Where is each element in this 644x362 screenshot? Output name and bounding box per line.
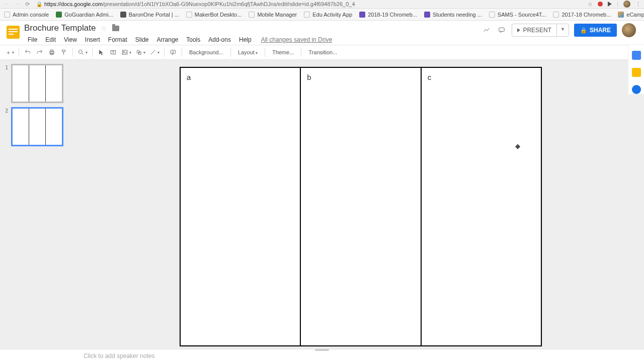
extension-play-icon[interactable] <box>608 2 612 7</box>
image-tool[interactable]: ▾ <box>120 47 133 58</box>
back-button[interactable]: ← <box>3 1 11 7</box>
activity-icon[interactable] <box>481 25 492 35</box>
calendar-icon[interactable] <box>632 51 641 60</box>
share-button[interactable]: 🔒SHARE <box>574 24 617 37</box>
bookmark-item[interactable]: BaronOne Portal | ... <box>120 12 179 18</box>
line-tool[interactable]: ▾ <box>148 47 161 58</box>
zoom-button[interactable]: ▾ <box>76 47 89 58</box>
bookmarks-bar: Admin console GoGuardian Admi... BaronOn… <box>0 9 644 21</box>
menu-addons[interactable]: Add-ons <box>205 35 234 45</box>
workspace: 1 2 a b c ✥ <box>0 60 644 349</box>
star-icon[interactable]: ☆ <box>101 24 107 32</box>
slide-thumbnail-2[interactable] <box>11 107 63 146</box>
bookmark-star-icon[interactable]: ☆ <box>588 1 593 8</box>
present-button[interactable]: PRESENT <box>512 24 556 36</box>
menu-format[interactable]: Format <box>105 35 131 45</box>
reload-button[interactable]: ⟳ <box>23 1 31 8</box>
profile-avatar-icon[interactable] <box>623 1 630 8</box>
select-tool[interactable] <box>96 47 107 58</box>
present-dropdown[interactable]: ▼ <box>556 24 569 36</box>
notes-placeholder: Click to add speaker notes <box>84 352 154 359</box>
svg-point-8 <box>137 50 140 53</box>
lock-icon: 🔒 <box>36 2 42 7</box>
layout-button[interactable]: Layout▾ <box>234 49 262 55</box>
lock-icon: 🔒 <box>580 27 587 34</box>
extension-icon[interactable] <box>598 2 603 7</box>
play-icon <box>517 28 520 32</box>
separator: | <box>617 1 618 7</box>
new-slide-button[interactable]: ＋▾ <box>4 47 16 58</box>
slide-panel-a[interactable]: a <box>181 68 301 345</box>
bookmark-item[interactable]: 2017-18 Chromeb... <box>553 12 611 18</box>
document-title[interactable]: Brochure Template <box>24 23 96 33</box>
slide-number: 2 <box>3 107 8 114</box>
slide-number: 1 <box>3 64 8 70</box>
bookmark-item[interactable]: Admin console <box>4 12 49 18</box>
menu-arrange[interactable]: Arrange <box>153 35 182 45</box>
speaker-notes[interactable]: Click to add speaker notes <box>0 349 644 362</box>
browser-toolbar: ← → ⟳ 🔒 https://docs.google.com/presenta… <box>0 0 644 9</box>
slide-panel[interactable]: 1 2 <box>0 60 77 349</box>
keep-icon[interactable] <box>632 68 641 77</box>
chrome-menu-icon[interactable]: ⋮ <box>635 1 641 8</box>
svg-rect-0 <box>499 28 505 31</box>
slide-canvas[interactable]: a b c ✥ <box>77 60 644 349</box>
menu-insert[interactable]: Insert <box>82 35 104 45</box>
print-button[interactable] <box>46 47 57 58</box>
bookmark-item[interactable]: 2018-19 Chromeb... <box>359 12 417 18</box>
transition-button[interactable]: Transition... <box>304 49 341 55</box>
menu-edit[interactable]: Edit <box>42 35 59 45</box>
bookmark-item[interactable]: SAMS - Source4T... <box>489 12 546 18</box>
bookmark-item[interactable]: Mobile Manager <box>249 12 297 18</box>
bookmark-item[interactable]: Students needing ... <box>424 12 482 18</box>
menu-help[interactable]: Help <box>235 35 255 45</box>
slide-thumbnail-1[interactable] <box>11 64 63 103</box>
slide-panel-b[interactable]: b <box>301 68 421 345</box>
notes-resize-handle[interactable] <box>315 349 329 351</box>
bookmark-item[interactable]: GoGuardian Admi... <box>56 12 113 18</box>
comment-tool[interactable] <box>168 47 179 58</box>
menu-bar: File Edit View Insert Format Slide Arran… <box>24 35 332 45</box>
address-bar[interactable]: https://docs.google.com/presentation/d/1… <box>44 1 586 7</box>
slides-logo-icon[interactable] <box>5 24 21 40</box>
present-button-group: PRESENT ▼ <box>512 24 569 37</box>
menu-slide[interactable]: Slide <box>132 35 152 45</box>
menu-file[interactable]: File <box>24 35 41 45</box>
bookmark-item[interactable]: Edu Activity App <box>304 12 352 18</box>
menu-tools[interactable]: Tools <box>183 35 204 45</box>
menu-view[interactable]: View <box>60 35 80 45</box>
side-panel <box>628 44 644 94</box>
paint-format-button[interactable] <box>58 47 69 58</box>
app-header: Brochure Template ☆ File Edit View Inser… <box>0 21 644 45</box>
slide[interactable]: a b c <box>180 67 542 346</box>
svg-rect-1 <box>50 51 54 54</box>
toolbar: ＋▾ ▾ ▾ ▾ ▾ Background... Layout▾ Theme..… <box>0 45 644 60</box>
theme-button[interactable]: Theme... <box>268 49 298 55</box>
slide-panel-c[interactable]: c <box>422 68 541 345</box>
background-button[interactable]: Background... <box>185 49 227 55</box>
comments-icon[interactable] <box>497 25 507 35</box>
undo-button[interactable] <box>22 47 33 58</box>
svg-rect-2 <box>51 50 53 51</box>
bookmark-item[interactable]: eCampus: Home <box>618 12 644 18</box>
move-folder-icon[interactable] <box>112 26 119 31</box>
redo-button[interactable] <box>34 47 45 58</box>
forward-button[interactable]: → <box>13 1 21 7</box>
textbox-tool[interactable] <box>108 47 119 58</box>
svg-point-4 <box>78 50 82 53</box>
tasks-icon[interactable] <box>632 85 641 94</box>
shape-tool[interactable]: ▾ <box>134 47 147 58</box>
account-avatar[interactable] <box>622 23 636 37</box>
save-status[interactable]: All changes saved in Drive <box>261 36 332 43</box>
bookmark-item[interactable]: MakerBot Deskto... <box>186 12 242 18</box>
